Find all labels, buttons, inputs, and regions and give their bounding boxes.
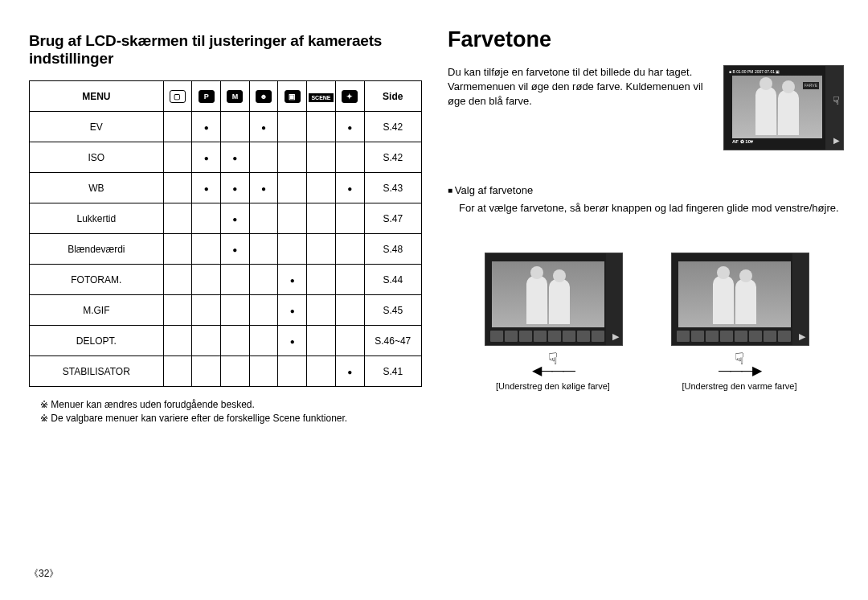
row-cell xyxy=(249,234,278,265)
row-label: WB xyxy=(30,173,164,203)
menu-table: MENU ▢ P M ☻ ▣ SCENE ✦ Side EVS.42ISOS.4… xyxy=(29,80,422,387)
row-cell xyxy=(221,142,250,173)
section-heading: Valg af farvetone xyxy=(448,184,844,196)
row-cell xyxy=(192,142,221,173)
th-icon-5: ▣ xyxy=(278,81,307,112)
row-cell xyxy=(278,234,307,265)
row-cell xyxy=(335,234,364,265)
section-body: For at vælge farvetone, så berør knappen… xyxy=(448,201,844,216)
row-cell xyxy=(163,112,192,142)
row-cell xyxy=(307,295,336,326)
row-cell xyxy=(307,203,336,234)
row-cell xyxy=(163,295,192,326)
row-side: S.44 xyxy=(364,265,421,295)
row-cell xyxy=(192,356,221,387)
row-cell xyxy=(221,112,250,142)
row-label: EV xyxy=(30,112,164,142)
row-cell xyxy=(335,173,364,203)
row-cell xyxy=(192,295,221,326)
row-cell xyxy=(307,112,336,142)
row-label: ISO xyxy=(30,142,164,173)
row-cell xyxy=(335,142,364,173)
row-cell xyxy=(221,295,250,326)
row-cell xyxy=(163,173,192,203)
th-icon-6: SCENE xyxy=(307,81,336,112)
row-label: Lukkertid xyxy=(30,203,164,234)
left-heading: Brug af LCD-skærmen til justeringer af k… xyxy=(29,32,422,68)
row-cell xyxy=(221,173,250,203)
row-cell xyxy=(335,112,364,142)
row-label: STABILISATOR xyxy=(30,356,164,387)
row-cell xyxy=(335,356,364,387)
row-cell xyxy=(307,173,336,203)
row-cell xyxy=(249,265,278,295)
row-cell xyxy=(278,295,307,326)
row-cell xyxy=(307,356,336,387)
play-icon: ▶ xyxy=(612,331,619,342)
row-side: S.42 xyxy=(364,142,421,173)
row-cell xyxy=(249,112,278,142)
row-cell xyxy=(221,234,250,265)
table-row: WBS.43 xyxy=(30,173,422,203)
row-side: S.45 xyxy=(364,295,421,326)
row-cell xyxy=(163,234,192,265)
thumb-unit: COOLWARM▶☟◀———[Understreg den kølige far… xyxy=(485,253,621,391)
row-cell xyxy=(163,203,192,234)
row-cell xyxy=(163,326,192,356)
row-cell xyxy=(307,234,336,265)
intro-text: Du kan tilføje en farvetone til det bill… xyxy=(448,65,715,109)
row-cell xyxy=(163,265,192,295)
lcd-topbar: ■ B 01:00 PM 2007.07.01 ▣ xyxy=(729,68,822,76)
table-row: BlændeværdiS.48 xyxy=(30,234,422,265)
lcd-thumb: COOLWARM▶ xyxy=(671,253,809,346)
table-row: STABILISATORS.41 xyxy=(30,356,422,387)
hand-icon: ☟ xyxy=(833,93,840,109)
lcd-tag-farve: FARVE xyxy=(803,82,819,89)
row-cell xyxy=(278,203,307,234)
row-cell xyxy=(307,265,336,295)
row-cell xyxy=(335,265,364,295)
row-cell xyxy=(335,203,364,234)
row-label: Blændeværdi xyxy=(30,234,164,265)
lcd-preview-main: ■ B 01:00 PM 2007.07.01 ▣ FARVE ☟ ▶ AF ✿… xyxy=(723,65,844,150)
row-label: FOTORAM. xyxy=(30,265,164,295)
row-cell xyxy=(278,326,307,356)
row-cell xyxy=(192,173,221,203)
thumb-unit: COOLWARM▶☟———▶[Understreg den varme farv… xyxy=(671,253,808,391)
table-row: FOTORAM.S.44 xyxy=(30,265,422,295)
row-cell xyxy=(278,112,307,142)
row-cell xyxy=(278,265,307,295)
row-cell xyxy=(278,173,307,203)
row-cell xyxy=(249,173,278,203)
row-cell xyxy=(163,142,192,173)
row-cell xyxy=(192,234,221,265)
table-row: LukkertidS.47 xyxy=(30,203,422,234)
row-side: S.47 xyxy=(364,203,421,234)
play-icon: ▶ xyxy=(833,135,840,146)
swipe-arrow: ◀——— xyxy=(485,367,621,375)
row-cell xyxy=(192,112,221,142)
th-icon-4: ☻ xyxy=(249,81,278,112)
th-menu: MENU xyxy=(30,81,164,112)
row-label: DELOPT. xyxy=(30,326,164,356)
right-heading: Farvetone xyxy=(448,27,844,52)
note-2: ※ De valgbare menuer kan variere efter d… xyxy=(29,412,422,425)
row-label: M.GIF xyxy=(30,295,164,326)
row-cell xyxy=(192,203,221,234)
row-side: S.43 xyxy=(364,173,421,203)
table-row: M.GIFS.45 xyxy=(30,295,422,326)
thumb-caption: [Understreg den kølige farve] xyxy=(485,381,621,391)
row-side: S.48 xyxy=(364,234,421,265)
row-cell xyxy=(249,142,278,173)
row-cell xyxy=(278,356,307,387)
row-cell xyxy=(249,326,278,356)
table-row: DELOPT.S.46~47 xyxy=(30,326,422,356)
row-cell xyxy=(221,265,250,295)
th-side: Side xyxy=(364,81,421,112)
row-cell xyxy=(163,356,192,387)
page-number: 《32》 xyxy=(29,567,59,581)
thumb-caption: [Understreg den varme farve] xyxy=(671,381,808,391)
row-cell xyxy=(192,265,221,295)
row-cell xyxy=(307,142,336,173)
row-cell xyxy=(335,326,364,356)
